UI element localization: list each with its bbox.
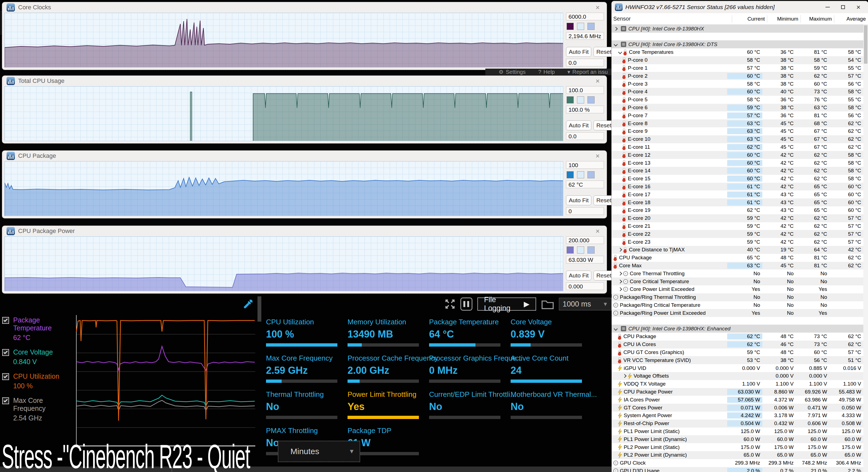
sensor-row[interactable]: Rest-of-Chip Power0.504 W0.432 W0.606 W0… bbox=[612, 419, 863, 428]
file-logging-button[interactable]: File Logging ▶ bbox=[477, 297, 536, 311]
minimize-button[interactable] bbox=[822, 3, 834, 11]
polling-interval-dropdown[interactable]: 1000 ms ▼ bbox=[559, 298, 612, 310]
sensor-row[interactable]: VDDQ TX Voltage1.100 V1.100 V1.100 V1.10… bbox=[612, 380, 863, 388]
sensor-row[interactable]: E-core 2159 °C42 °C62 °C57 °C bbox=[612, 222, 863, 230]
series-color-swatch[interactable] bbox=[566, 23, 574, 30]
sensor-row[interactable]: Core Power Limit ExceededYesNoYes bbox=[612, 285, 863, 293]
chevron-right-icon[interactable] bbox=[623, 374, 626, 378]
auto-fit-button[interactable]: Auto Fit bbox=[566, 121, 591, 130]
scale-top-value[interactable]: 200.000 bbox=[566, 236, 604, 244]
sensor-row[interactable]: E-core 1761 °C43 °C65 °C60 °C bbox=[612, 190, 863, 198]
sensor-row[interactable]: CPU IA Cores62 °C46 °C73 °C62 °C bbox=[612, 341, 863, 348]
sensor-row[interactable]: Voltage Offsets0.000 V0.000 V bbox=[612, 372, 863, 380]
sensor-row[interactable]: E-core 2359 °C42 °C62 °C57 °C bbox=[612, 238, 863, 246]
chevron-right-icon[interactable] bbox=[618, 279, 622, 283]
sensor-row[interactable]: CPU Package62 °C48 °C73 °C62 °C bbox=[612, 333, 863, 341]
series-color-swatch[interactable] bbox=[566, 246, 574, 254]
folder-icon[interactable] bbox=[541, 298, 554, 310]
legend-checkbox[interactable] bbox=[2, 317, 9, 324]
sensor-row[interactable]: PL1 Power Limit (Dynamic)60.0 W60.0 W60.… bbox=[612, 435, 863, 443]
sensor-row[interactable]: E-core 1861 °C43 °C65 °C60 °C bbox=[612, 198, 863, 207]
sensor-row[interactable]: Core Max63 °C45 °C81 °C62 °C bbox=[612, 262, 863, 270]
close-icon[interactable]: × bbox=[593, 3, 602, 12]
column-current[interactable]: Current bbox=[732, 15, 767, 23]
close-button[interactable]: × bbox=[852, 3, 865, 11]
sensor-row[interactable]: iGPU VID0.000 V0.000 V0.885 V0.016 V bbox=[612, 364, 863, 372]
sensor-row[interactable]: Package/Ring Power Limit ExceededYesNoYe… bbox=[612, 309, 863, 317]
chevron-right-icon[interactable] bbox=[618, 248, 622, 252]
sensor-row[interactable]: P-core 659 °C38 °C63 °C58 °C bbox=[612, 104, 863, 112]
auto-fit-button[interactable]: Auto Fit bbox=[566, 271, 591, 280]
chevron-right-icon[interactable] bbox=[614, 27, 618, 30]
sensor-row[interactable]: Package/Ring Critical TemperatureNoNoNo bbox=[612, 301, 863, 309]
window-titlebar[interactable]: Core Clocks × bbox=[2, 2, 607, 12]
settings-menu-item[interactable]: ⚙Settings bbox=[499, 69, 526, 75]
column-maximum[interactable]: Maximum bbox=[801, 15, 834, 23]
sensor-row[interactable]: E-core 1162 °C45 °C67 °C62 °C bbox=[612, 143, 863, 151]
chevron-right-icon[interactable] bbox=[618, 287, 622, 291]
close-icon[interactable]: × bbox=[593, 77, 602, 85]
reset-button[interactable]: Reset bbox=[593, 195, 614, 205]
column-minimum[interactable]: Minimum bbox=[767, 15, 801, 23]
hwinfo-titlebar[interactable]: HWiNFO32 v7.66-5271 Sensor Status [266 v… bbox=[612, 1, 868, 13]
help-menu-item[interactable]: ?Help bbox=[538, 69, 555, 75]
series-color-swatch[interactable] bbox=[566, 96, 574, 103]
sensor-row[interactable]: PL2 Power Limit (Dynamic)65.0 W65.0 W65.… bbox=[612, 451, 863, 459]
sensor-row[interactable]: GPU D3D Usage2.0 %0.7 %21.0 %2.2 % bbox=[612, 467, 863, 472]
close-icon[interactable]: × bbox=[593, 227, 602, 235]
sensor-row[interactable]: Package/Ring Thermal ThrottlingNoNoNo bbox=[612, 293, 863, 301]
grid-color-swatch[interactable] bbox=[587, 23, 595, 30]
sensor-row[interactable]: P-core 358 °C38 °C60 °C56 °C bbox=[612, 80, 863, 88]
background-color-swatch[interactable] bbox=[577, 23, 584, 30]
scale-bottom-value[interactable]: 0.0 bbox=[566, 59, 604, 66]
sensor-row[interactable]: E-core 1962 °C43 °C65 °C60 °C bbox=[612, 207, 863, 214]
sensor-row[interactable]: E-core 1260 °C42 °C62 °C58 °C bbox=[612, 151, 863, 159]
sensor-row[interactable]: E-core 2259 °C42 °C62 °C57 °C bbox=[612, 230, 863, 238]
chevron-down-icon[interactable] bbox=[614, 327, 618, 331]
fullscreen-icon[interactable] bbox=[445, 298, 456, 310]
sensor-group-header[interactable]: CPU [#0]: Intel Core i9-13980HX: Enhance… bbox=[612, 325, 863, 333]
sensor-row[interactable]: E-core 1360 °C42 °C62 °C58 °C bbox=[612, 159, 863, 167]
legend-checkbox[interactable] bbox=[2, 349, 9, 356]
scale-top-value[interactable]: 100.0 bbox=[566, 86, 604, 94]
auto-fit-button[interactable]: Auto Fit bbox=[566, 195, 591, 205]
pause-button[interactable] bbox=[460, 297, 473, 311]
sensor-row[interactable]: VR VCC Temperature (SVID)53 °C38 °C56 °C… bbox=[612, 356, 863, 364]
sensor-row[interactable]: E-core 863 °C45 °C68 °C62 °C bbox=[612, 119, 863, 127]
sensor-row[interactable]: PL1 Power Limit (Static)125.0 W125.0 W12… bbox=[612, 428, 863, 436]
sensor-row[interactable]: P-core 157 °C38 °C59 °C55 °C bbox=[612, 64, 863, 72]
reset-button[interactable]: Reset bbox=[593, 271, 614, 280]
window-titlebar[interactable]: Total CPU Usage × bbox=[2, 76, 607, 86]
background-color-swatch[interactable] bbox=[577, 246, 584, 254]
grid-color-swatch[interactable] bbox=[587, 171, 595, 178]
sensor-row[interactable]: Core Critical TemperatureNoNoNo bbox=[612, 277, 863, 285]
column-sensor[interactable]: Sensor bbox=[613, 15, 732, 22]
sensor-row[interactable]: PL2 Power Limit (Static)175.0 W175.0 W17… bbox=[612, 443, 863, 451]
sensor-row[interactable]: P-core 260 °C38 °C62 °C57 °C bbox=[612, 72, 863, 80]
sensor-row[interactable]: E-core 1560 °C42 °C62 °C58 °C bbox=[612, 175, 863, 183]
chevron-down-icon[interactable] bbox=[614, 42, 618, 46]
legend-checkbox[interactable] bbox=[2, 397, 9, 404]
background-color-swatch[interactable] bbox=[577, 171, 584, 178]
sensor-row[interactable]: GPU Clock299.3 MHz299.3 MHz748.2 MHz306.… bbox=[612, 459, 863, 467]
chevron-right-icon[interactable] bbox=[618, 272, 622, 276]
scale-top-value[interactable]: 6000.0 bbox=[566, 12, 604, 20]
scrollbar-thumb[interactable] bbox=[864, 25, 867, 64]
sensor-row[interactable]: GT Cores Power0.071 W0.006 W0.471 W0.050… bbox=[612, 404, 863, 412]
sensor-row[interactable]: E-core 963 °C45 °C67 °C62 °C bbox=[612, 127, 863, 135]
mini-scrollbar[interactable] bbox=[257, 296, 261, 322]
sensor-row[interactable]: CPU Package Power63.030 W8.860 W69.926 W… bbox=[612, 388, 863, 396]
sensor-row[interactable]: System Agent Power4.242 W3.178 W7.971 W4… bbox=[612, 412, 863, 419]
grid-color-swatch[interactable] bbox=[587, 96, 595, 103]
chevron-down-icon[interactable] bbox=[618, 50, 622, 54]
sensor-group-header[interactable]: CPU [#0]: Intel Core i9-13980HX bbox=[612, 25, 863, 33]
sensor-table-header[interactable]: Sensor Current Minimum Maximum Average bbox=[612, 13, 868, 25]
close-icon[interactable]: × bbox=[593, 152, 602, 160]
sensor-row[interactable]: CPU Package65 °C48 °C81 °C62 °C bbox=[612, 254, 863, 262]
sensor-row[interactable]: P-core 558 °C36 °C76 °C55 °C bbox=[612, 96, 863, 104]
window-titlebar[interactable]: CPU Package Power × bbox=[2, 226, 607, 236]
auto-fit-button[interactable]: Auto Fit bbox=[566, 47, 591, 57]
sensor-row[interactable]: E-core 2059 °C42 °C62 °C57 °C bbox=[612, 214, 863, 222]
sensor-row[interactable]: E-core 1460 °C42 °C62 °C58 °C bbox=[612, 167, 863, 175]
sensor-row[interactable]: P-core 757 °C36 °C81 °C56 °C bbox=[612, 112, 863, 119]
